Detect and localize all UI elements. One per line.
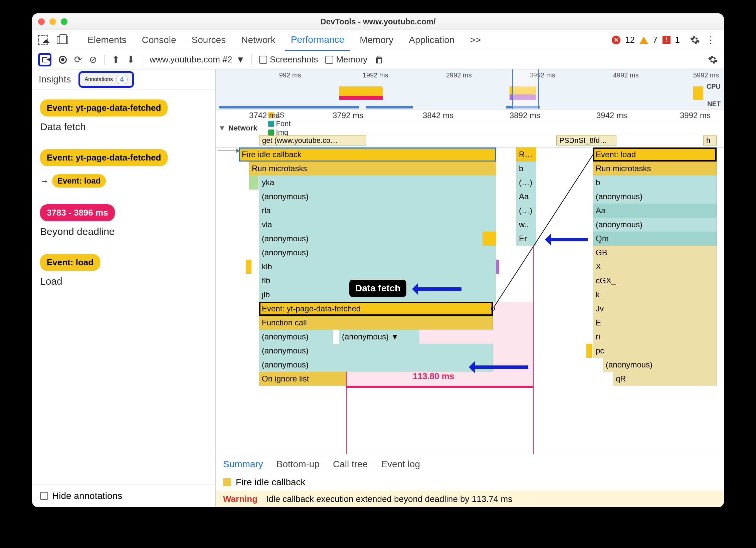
flame-entry[interactable]: X: [593, 260, 717, 274]
tab-summary[interactable]: Summary: [223, 459, 263, 470]
annotation-item[interactable]: Event: load Load: [40, 254, 207, 287]
flame-entry[interactable]: rla: [259, 204, 496, 218]
tick-label: 3992 ms: [680, 111, 711, 120]
flame-entry[interactable]: (anonymous): [603, 358, 717, 372]
flame-entry[interactable]: On ignore list: [259, 372, 346, 386]
range-chip: 3783 - 3896 ms: [40, 204, 115, 221]
flame-entry[interactable]: klb: [259, 260, 496, 274]
flame-entry[interactable]: E: [593, 316, 717, 330]
download-icon[interactable]: ⬇: [127, 54, 135, 65]
annotation-item[interactable]: 3783 - 3896 ms Beyond deadline: [40, 204, 207, 237]
arrow-icon: →: [40, 176, 49, 186]
recording-dropdown[interactable]: www.youtube.com #2 ▼: [150, 54, 252, 65]
garbage-collect-icon[interactable]: 🗑: [375, 54, 384, 65]
disclosure-icon: ▼: [218, 124, 226, 132]
inspect-element-icon[interactable]: [38, 35, 48, 45]
maximize-icon[interactable]: [61, 18, 67, 25]
flame-entry[interactable]: (anonymous): [593, 190, 717, 204]
flame-entry[interactable]: Aa: [593, 204, 717, 218]
tab-application[interactable]: Application: [403, 35, 460, 45]
kebab-menu-icon[interactable]: ⋮: [703, 34, 718, 45]
flame-entry[interactable]: yka: [259, 176, 496, 190]
clear-icon[interactable]: ⊘: [89, 54, 97, 65]
flame-entry[interactable]: Jv: [593, 302, 717, 316]
tab-console[interactable]: Console: [136, 35, 182, 45]
flame-entry[interactable]: Event: yt-page-data-fetched: [259, 302, 493, 316]
flame-entry[interactable]: (anonymous): [593, 218, 717, 232]
tab-bottom-up[interactable]: Bottom-up: [276, 459, 320, 470]
minimize-icon[interactable]: [49, 18, 56, 25]
upload-icon[interactable]: ⬆: [112, 54, 120, 65]
toggle-sidebar-icon[interactable]: [38, 53, 51, 66]
flame-entry[interactable]: b: [593, 176, 717, 190]
flame-entry[interactable]: b: [516, 162, 536, 176]
network-request[interactable]: h: [703, 135, 717, 146]
tab-annotations[interactable]: Annotations 4: [78, 71, 134, 88]
console-badges[interactable]: ✕12 7 !1: [612, 35, 680, 45]
device-toolbar-icon[interactable]: [57, 36, 68, 44]
tab-event-log[interactable]: Event log: [381, 459, 420, 470]
flame-entry[interactable]: Run microtasks: [249, 162, 496, 176]
close-icon[interactable]: [38, 18, 45, 25]
network-request[interactable]: get (www.youtube.co…: [259, 135, 366, 146]
flame-entry[interactable]: Event: load: [593, 148, 717, 162]
screenshots-checkbox[interactable]: Screenshots: [259, 54, 318, 65]
flame-entry[interactable]: Fire idle callback: [239, 148, 496, 162]
flame-entry[interactable]: (anonymous): [259, 232, 483, 246]
flame-entry[interactable]: (anonymous): [259, 358, 493, 372]
capture-settings-icon[interactable]: [708, 55, 718, 65]
sidebar-tabs: Insights Annotations 4: [32, 69, 215, 89]
timeline-ruler[interactable]: 3742 ms 3792 ms 3842 ms 3892 ms 3942 ms …: [216, 109, 724, 122]
tab-sources[interactable]: Sources: [185, 35, 232, 45]
flame-entry[interactable]: Function call: [259, 316, 493, 330]
tab-insights[interactable]: Insights: [39, 74, 71, 85]
flame-entry[interactable]: Er: [516, 232, 536, 246]
flame-entry[interactable]: k: [593, 288, 717, 302]
flame-chart[interactable]: Data fetch Load Beyond deadline 113.80 m…: [216, 148, 724, 454]
settings-icon[interactable]: [690, 35, 700, 45]
performance-toolbar: ⟳ ⊘ ⬆ ⬇ www.youtube.com #2 ▼ Screenshots…: [32, 50, 724, 69]
flame-entry[interactable]: Qm: [593, 232, 717, 246]
flame-entry[interactable]: pc: [593, 344, 717, 358]
network-request[interactable]: PSDnSI_8fd…: [556, 135, 616, 146]
flame-entry[interactable]: ri: [593, 330, 717, 344]
flame-entry[interactable]: cGX_: [593, 274, 717, 288]
network-track-header[interactable]: ▼ Network DocCSSJSFontImgMediaWasmOther: [216, 122, 724, 134]
tab-network[interactable]: Network: [235, 35, 281, 45]
network-entries[interactable]: get (www.youtube.co…PSDnSI_8fd…h: [216, 134, 724, 148]
hide-annotations-checkbox[interactable]: Hide annotations: [32, 484, 215, 507]
flame-entry[interactable]: w..: [516, 218, 536, 232]
flame-entry[interactable]: (anonymous) ▼: [339, 330, 419, 344]
flame-entry[interactable]: (…): [516, 176, 536, 190]
flame-entry[interactable]: R…: [516, 148, 536, 162]
tick-label: 992 ms: [279, 71, 301, 79]
flame-entry[interactable]: (anonymous): [259, 190, 496, 204]
flame-entry[interactable]: qR: [613, 372, 717, 386]
annotation-item[interactable]: Event: yt-page-data-fetched → Event: loa…: [40, 149, 207, 188]
flame-entry[interactable]: (anonymous): [259, 330, 333, 344]
annotation-item[interactable]: Event: yt-page-data-fetched Data fetch: [40, 99, 207, 132]
memory-checkbox[interactable]: Memory: [325, 54, 367, 65]
tab-call-tree[interactable]: Call tree: [333, 459, 368, 470]
overview-timeline[interactable]: 992 ms 1992 ms 2992 ms 3992 ms 4992 ms 5…: [216, 69, 724, 109]
flame-entry[interactable]: (anonymous): [259, 246, 496, 260]
tab-performance[interactable]: Performance: [285, 34, 350, 51]
insights-sidebar: Insights Annotations 4 Event: yt-page-da…: [32, 69, 216, 507]
event-chip: Event: load: [40, 254, 100, 271]
checkbox-icon: [40, 492, 48, 500]
flame-entry[interactable]: (anonymous): [259, 344, 493, 358]
flame-entry[interactable]: (…): [516, 204, 536, 218]
flame-entry[interactable]: Aa: [516, 190, 536, 204]
event-chip: Event: yt-page-data-fetched: [40, 99, 168, 116]
devtools-window: DevTools - www.youtube.com/ Elements Con…: [32, 13, 724, 507]
more-tabs-icon[interactable]: >>: [464, 35, 487, 45]
cpu-label: CPU: [707, 83, 721, 90]
reload-icon[interactable]: ⟳: [74, 54, 82, 65]
chevron-down-icon: ▼: [236, 54, 245, 65]
record-icon[interactable]: [59, 56, 67, 64]
tab-memory[interactable]: Memory: [354, 35, 399, 45]
flame-entry[interactable]: Run microtasks: [593, 162, 717, 176]
tab-elements[interactable]: Elements: [81, 35, 133, 45]
flame-entry[interactable]: GB: [593, 246, 717, 260]
flame-entry[interactable]: vla: [259, 218, 496, 232]
